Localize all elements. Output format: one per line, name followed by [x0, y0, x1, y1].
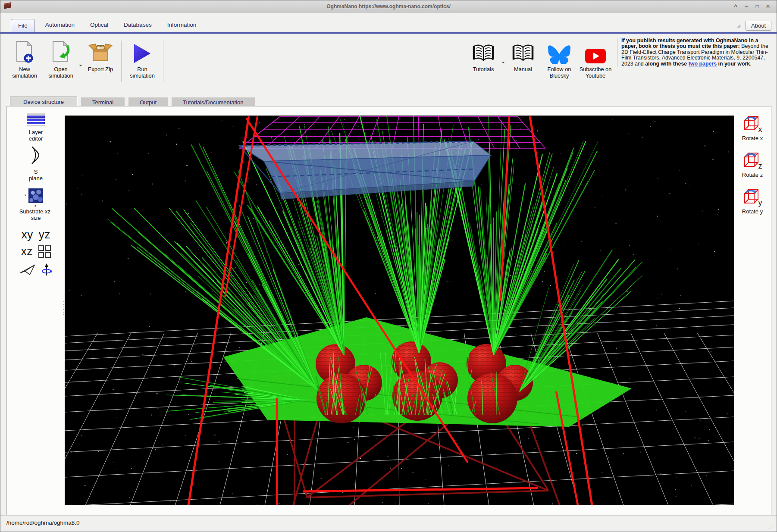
menu-tab-file[interactable]: File	[11, 19, 35, 32]
tutorials-label: Tutorials	[473, 66, 494, 72]
toolbar-separator	[121, 41, 122, 82]
menu-tab-automation[interactable]: Automation	[40, 19, 80, 32]
layer-editor-button[interactable]: Layer editor	[23, 106, 49, 142]
axis-z-label: z	[34, 204, 36, 208]
menu-tab-databases[interactable]: Databases	[119, 19, 157, 32]
app-window: OghmaNano https://www.oghma-nano.com/opt…	[0, 0, 777, 532]
rotate-cube-icon	[743, 151, 760, 170]
rotate-x-button[interactable]: x Rotate x	[742, 114, 763, 141]
window-title: OghmaNano https://www.oghma-nano.com/opt…	[0, 3, 777, 9]
rotate-y-axis-letter: y	[758, 198, 762, 207]
current-path: /home/rod/oghma/oghma8.0	[6, 519, 80, 526]
titlebar: OghmaNano https://www.oghma-nano.com/opt…	[0, 0, 777, 13]
box-icon	[88, 39, 113, 64]
rotate-panel: x Rotate x z	[734, 106, 771, 515]
panel-splitter-handle[interactable]	[63, 301, 64, 315]
s-plane-label: S plane	[27, 169, 45, 182]
rotate-scene-button[interactable]	[41, 263, 52, 278]
3d-viewport[interactable]	[65, 116, 734, 505]
book-icon	[471, 39, 495, 64]
menu-tab-information[interactable]: Information	[162, 19, 202, 32]
maximize-icon[interactable]: □	[754, 3, 761, 10]
run-simulation-label: Run simulation	[124, 66, 160, 79]
view-yz-button[interactable]: yz	[39, 228, 50, 241]
manual-button[interactable]: Manual	[505, 39, 541, 72]
rotate-cube-icon	[743, 114, 760, 133]
substrate-xz-size-button[interactable]: x z Substrate xz-size	[18, 182, 54, 221]
shade-window-icon[interactable]: ^	[732, 3, 739, 10]
two-papers-link[interactable]: two papers	[689, 61, 717, 67]
youtube-label: Subscribe on Youtube	[577, 66, 614, 79]
lens-plane-icon	[30, 146, 42, 166]
window-resize-grip[interactable]: ⋰	[768, 523, 774, 529]
bluesky-label: Follow on Bluesky	[541, 66, 577, 79]
new-simulation-label: New simulation	[6, 66, 43, 79]
axis-x-label: x	[25, 193, 26, 197]
tutorials-dropdown-icon[interactable]	[501, 62, 505, 65]
toolbar: New simulation Open simulation	[0, 34, 777, 94]
viewport-container	[65, 106, 734, 515]
rotate-cube-icon	[743, 188, 760, 207]
run-simulation-button[interactable]: Run simulation	[124, 39, 160, 79]
play-icon	[133, 39, 151, 64]
export-zip-label: Export Zip	[88, 66, 113, 72]
bluesky-butterfly-icon	[548, 39, 570, 64]
about-button[interactable]: About	[746, 21, 771, 31]
layer-editor-label: Layer editor	[23, 129, 49, 142]
open-simulation-dropdown-icon[interactable]	[79, 65, 82, 68]
view-xy-button[interactable]: xy	[22, 228, 33, 241]
rotate-x-axis-letter: x	[758, 125, 762, 134]
toolbar-separator	[163, 41, 163, 82]
menu-bar: File Automation Optical Databases Inform…	[0, 13, 777, 34]
s-plane-button[interactable]: S plane	[27, 146, 45, 182]
four-view-grid-button[interactable]	[38, 245, 51, 258]
view-xz-button[interactable]: xz	[21, 245, 33, 258]
substrate-image-icon: x z	[28, 188, 43, 203]
rotate-z-label: Rotate z	[742, 172, 763, 178]
substrate-xz-size-label: Substrate xz-size	[18, 208, 54, 221]
menu-tab-optical[interactable]: Optical	[85, 19, 113, 32]
rotate-z-button[interactable]: z Rotate z	[742, 151, 763, 178]
fly-scene-button[interactable]	[20, 264, 35, 277]
book-icon	[511, 39, 535, 64]
new-simulation-button[interactable]: New simulation	[6, 39, 43, 79]
citation-notice: If you publish results generated with Og…	[617, 38, 773, 67]
close-icon[interactable]: ✕	[764, 3, 771, 10]
youtube-button[interactable]: Subscribe on Youtube	[577, 39, 614, 79]
new-document-icon	[15, 39, 34, 64]
minimize-icon[interactable]: –	[743, 3, 750, 10]
layers-icon	[27, 113, 45, 126]
youtube-icon	[585, 39, 606, 64]
rotate-z-axis-letter: z	[758, 162, 762, 171]
manual-label: Manual	[514, 66, 532, 72]
bluesky-button[interactable]: Follow on Bluesky	[541, 39, 577, 79]
open-simulation-label: Open simulation	[43, 66, 79, 79]
left-tool-panel: Layer editor S plane x z Substrate xz-si…	[7, 106, 65, 515]
export-zip-button[interactable]: Export Zip	[82, 39, 119, 72]
open-simulation-button[interactable]: Open simulation	[43, 39, 79, 79]
status-bar: /home/rod/oghma/oghma8.0 ⋰	[0, 515, 777, 532]
tutorials-button[interactable]: Tutorials	[465, 39, 501, 72]
resize-grip-icon: ◢	[737, 23, 740, 28]
rotate-x-label: Rotate x	[742, 135, 763, 141]
rotate-y-label: Rotate y	[742, 208, 763, 215]
open-document-icon	[51, 39, 71, 64]
device-structure-panel: Layer editor S plane x z Substrate xz-si…	[6, 106, 771, 516]
rotate-y-button[interactable]: y Rotate y	[742, 188, 763, 215]
